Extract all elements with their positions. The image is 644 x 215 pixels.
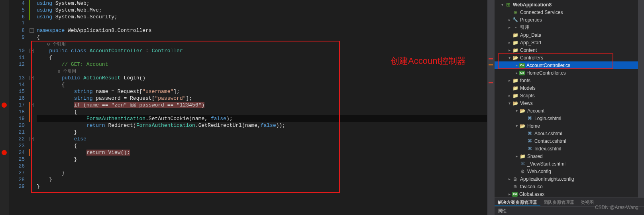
expander-icon[interactable]: ▸: [507, 78, 512, 83]
code-line[interactable]: string name = Request["username"];: [37, 88, 487, 95]
breakpoint-gutter[interactable]: [0, 0, 9, 215]
code-area[interactable]: using System.Web;using System.Web.Mvc;us…: [37, 0, 487, 190]
tab-team-explorer[interactable]: 团队资源管理器: [540, 198, 577, 206]
code-editor[interactable]: 4567891011121314151617181920212223242526…: [0, 0, 494, 215]
code-line[interactable]: }: [37, 183, 487, 190]
code-line[interactable]: return Redirect(FormsAuthentication.GetR…: [37, 122, 487, 129]
tab-class-view[interactable]: 类视图: [577, 198, 597, 206]
fold-toggle[interactable]: −: [29, 76, 34, 80]
expander-icon[interactable]: ▸: [514, 71, 519, 75]
tree-node[interactable]: ▾WebApplication8: [495, 1, 644, 8]
tree-node[interactable]: Models: [495, 84, 644, 92]
code-line[interactable]: public class AccountController : Control…: [37, 47, 487, 54]
expander-icon[interactable]: ▾: [507, 101, 512, 105]
code-line[interactable]: {: [37, 81, 487, 88]
expander-icon[interactable]: ▸: [507, 177, 512, 181]
cshtml-icon: [526, 115, 533, 122]
expander-icon[interactable]: ▸: [514, 154, 519, 158]
code-line[interactable]: string password = Request["password"];: [37, 95, 487, 102]
code-line[interactable]: }: [37, 129, 487, 136]
code-lens[interactable]: 0 个引用: [37, 41, 487, 47]
tree-node[interactable]: App_Data: [495, 31, 644, 39]
code-line[interactable]: {: [37, 34, 487, 41]
tree-node[interactable]: Index.cshtml: [495, 145, 644, 152]
code-line[interactable]: else: [37, 136, 487, 142]
fold-toggle[interactable]: −: [29, 137, 34, 141]
expander-icon[interactable]: ▾: [514, 124, 519, 128]
expander-icon[interactable]: ▸: [507, 18, 512, 22]
code-line[interactable]: }: [37, 170, 487, 176]
tree-node[interactable]: ▾Views: [495, 99, 644, 107]
line-number: 24: [9, 149, 25, 156]
code-line[interactable]: if (name == "zen" && password == "123456…: [37, 102, 487, 108]
tree-label: _ViewStart.cshtml: [527, 161, 565, 167]
line-number: 13: [9, 75, 25, 81]
line-number: 27: [9, 170, 25, 176]
tree-label: Shared: [527, 154, 543, 159]
line-number: 28: [9, 176, 25, 183]
code-line[interactable]: using System.Web.Mvc;: [37, 7, 487, 14]
tree-node[interactable]: ▸C#Global.asax: [495, 190, 644, 197]
code-line[interactable]: }: [37, 156, 487, 163]
expander-icon[interactable]: ▾: [499, 2, 505, 7]
expander-icon[interactable]: ▸: [507, 93, 512, 98]
breakpoint-icon[interactable]: [2, 103, 7, 108]
expander-icon[interactable]: ▸: [507, 25, 512, 30]
expander-icon[interactable]: ▸: [507, 48, 512, 52]
tree-node[interactable]: ▸Scripts: [495, 92, 644, 99]
tree-node[interactable]: ▸C#AccountController.cs: [495, 61, 644, 69]
tree-node[interactable]: ▾Account: [495, 107, 644, 114]
tree-node[interactable]: ▸C#HomeController.cs: [495, 69, 644, 77]
tree-node[interactable]: ▸Content: [495, 46, 644, 54]
code-line[interactable]: FormsAuthentication.SetAuthCookie(name, …: [37, 115, 487, 122]
code-line[interactable]: {: [37, 108, 487, 115]
folder-icon: [519, 153, 526, 160]
tree-node[interactable]: ▾Controllers: [495, 54, 644, 61]
code-line[interactable]: }: [37, 176, 487, 183]
code-line[interactable]: public ActionResult Login(): [37, 75, 487, 81]
expander-icon[interactable]: ▸: [514, 63, 519, 67]
tree-node[interactable]: ▸fonts: [495, 77, 644, 84]
tree-node[interactable]: Connected Services: [495, 8, 644, 16]
editor-scrollbar[interactable]: [487, 0, 494, 215]
expander-icon[interactable]: ▾: [514, 108, 519, 113]
code-line[interactable]: namespace WebApplication8.Controllers: [37, 27, 487, 34]
tree-node[interactable]: _ViewStart.cshtml: [495, 160, 644, 168]
tree-node[interactable]: Web.config: [495, 168, 644, 175]
tree-node[interactable]: About.cshtml: [495, 130, 644, 137]
tree-node[interactable]: ▸Properties: [495, 16, 644, 24]
code-line[interactable]: return View();: [37, 149, 487, 156]
tree-label: App_Start: [520, 40, 541, 45]
code-line[interactable]: [37, 20, 487, 27]
tree-node[interactable]: Login.cshtml: [495, 114, 644, 122]
cs-icon: C#: [519, 63, 525, 68]
watermark: CSDN @Ares-Wang: [595, 205, 638, 210]
tree-node[interactable]: ▸引用: [495, 24, 644, 31]
tree-scrollbar[interactable]: [638, 0, 644, 197]
tree-node[interactable]: ▸Shared: [495, 152, 644, 160]
fold-toggle[interactable]: −: [29, 49, 34, 53]
cshtml-icon: [526, 130, 533, 137]
line-number: 11: [9, 54, 25, 61]
expander-icon[interactable]: ▾: [507, 55, 512, 60]
tree-node[interactable]: favicon.ico: [495, 183, 644, 190]
breakpoint-icon[interactable]: [2, 150, 7, 155]
fold-toggle[interactable]: −: [29, 28, 34, 33]
expander-icon[interactable]: ▸: [507, 192, 512, 196]
line-number: 10: [9, 47, 25, 54]
code-line[interactable]: using System.Web.Security;: [37, 14, 487, 20]
tree-node[interactable]: ▸App_Start: [495, 39, 644, 46]
tab-solution-explorer[interactable]: 解决方案资源管理器: [495, 198, 540, 206]
tree-node[interactable]: ▸ApplicationInsights.config: [495, 175, 644, 183]
tree-node[interactable]: ▾Home: [495, 122, 644, 130]
tree-node[interactable]: Contact.cshtml: [495, 137, 644, 145]
line-number: 8: [9, 27, 25, 34]
code-line[interactable]: [37, 163, 487, 170]
code-line[interactable]: using System.Web;: [37, 0, 487, 7]
solution-explorer[interactable]: ▾WebApplication8Connected Services▸Prope…: [494, 0, 644, 215]
expander-icon[interactable]: ▸: [507, 40, 512, 45]
code-lens[interactable]: 0 个引用: [37, 68, 487, 75]
code-line[interactable]: {: [37, 142, 487, 149]
solution-tree[interactable]: ▾WebApplication8Connected Services▸Prope…: [495, 0, 644, 197]
line-number: 19: [9, 115, 25, 122]
